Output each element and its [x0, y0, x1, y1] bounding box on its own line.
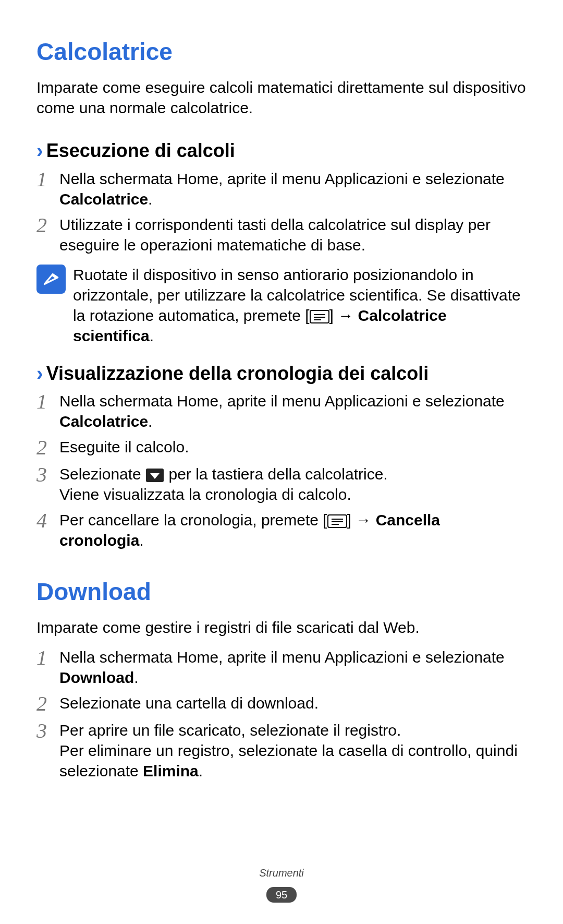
bold-text: Elimina [143, 762, 199, 779]
section-intro: Imparate come eseguire calcoli matematic… [36, 77, 527, 118]
step-number: 4 [36, 510, 52, 532]
step-text: Eseguite il calcolo. [59, 437, 527, 457]
step-item: 1 Nella schermata Home, aprite il menu A… [36, 647, 527, 688]
step-text: Nella schermata Home, aprite il menu App… [59, 169, 527, 209]
section-title-download: Download [36, 577, 527, 608]
step-number: 3 [36, 464, 52, 486]
subsection-cronologia: › Visualizzazione della cronologia dei c… [36, 362, 527, 386]
step-number: 1 [36, 391, 52, 413]
step-item: 2 Utilizzate i corrispondenti tasti dell… [36, 214, 527, 255]
step-number: 2 [36, 214, 52, 236]
note-text: Ruotate il dispositivo in senso antiorar… [73, 265, 527, 346]
menu-icon [310, 310, 329, 323]
text: Nella schermata Home, aprite il menu App… [59, 170, 505, 187]
text: . [139, 532, 143, 549]
note-callout: Ruotate il dispositivo in senso antiorar… [36, 265, 527, 346]
note-icon [36, 265, 66, 294]
page-number: 95 [266, 887, 297, 903]
dropdown-down-icon [145, 468, 164, 483]
step-text: Selezionate per la tastiera della calcol… [59, 464, 527, 505]
text: . [134, 669, 138, 686]
chevron-right-icon: › [36, 364, 43, 383]
step-number: 2 [36, 693, 52, 715]
text: . [150, 327, 154, 344]
text: Per aprire un file scaricato, selezionat… [59, 722, 401, 739]
menu-icon [327, 514, 347, 528]
subsection-title: Visualizzazione della cronologia dei cal… [46, 362, 429, 386]
page-footer: Strumenti 95 [0, 866, 563, 903]
step-item: 1 Nella schermata Home, aprite il menu A… [36, 391, 527, 431]
step-number: 3 [36, 720, 52, 742]
text: Viene visualizzata la cronologia di calc… [59, 486, 351, 503]
section-title-calcolatrice: Calcolatrice [36, 37, 527, 68]
step-item: 2 Eseguite il calcolo. [36, 437, 527, 459]
text: Selezionate [59, 465, 145, 483]
text: ] → [347, 511, 376, 529]
steps-list: 1 Nella schermata Home, aprite il menu A… [36, 169, 527, 255]
step-text: Nella schermata Home, aprite il menu App… [59, 647, 527, 688]
step-text: Nella schermata Home, aprite il menu App… [59, 391, 527, 431]
step-text: Per cancellare la cronologia, premete []… [59, 510, 527, 550]
text: Per cancellare la cronologia, premete [ [59, 511, 327, 529]
step-text: Per aprire un file scaricato, selezionat… [59, 720, 527, 781]
section-intro: Imparate come gestire i registri di file… [36, 617, 527, 638]
step-number: 2 [36, 437, 52, 459]
step-text: Utilizzate i corrispondenti tasti della … [59, 214, 527, 255]
text: . [148, 190, 152, 208]
text: per la tastiera della calcolatrice. [164, 465, 388, 483]
text: Nella schermata Home, aprite il menu App… [59, 649, 505, 666]
step-item: 4 Per cancellare la cronologia, premete … [36, 510, 527, 550]
step-item: 3 Selezionate per la tastiera della calc… [36, 464, 527, 505]
text: Ruotate il dispositivo in senso antiorar… [73, 266, 521, 324]
text: Per eliminare un registro, selezionate l… [59, 742, 518, 779]
step-item: 2 Selezionate una cartella di download. [36, 693, 527, 715]
subsection-title: Esecuzione di calcoli [46, 139, 235, 163]
steps-list: 1 Nella schermata Home, aprite il menu A… [36, 391, 527, 550]
text: . [199, 762, 203, 779]
step-number: 1 [36, 647, 52, 669]
text: ] → [329, 307, 358, 324]
chevron-right-icon: › [36, 141, 43, 161]
bold-text: Calcolatrice [59, 190, 148, 208]
text: Nella schermata Home, aprite il menu App… [59, 392, 505, 410]
bold-text: Download [59, 669, 134, 686]
step-item: 3 Per aprire un file scaricato, selezion… [36, 720, 527, 781]
footer-category: Strumenti [0, 866, 563, 880]
subsection-esecuzione: › Esecuzione di calcoli [36, 139, 527, 163]
step-number: 1 [36, 169, 52, 190]
steps-list: 1 Nella schermata Home, aprite il menu A… [36, 647, 527, 781]
step-item: 1 Nella schermata Home, aprite il menu A… [36, 169, 527, 209]
bold-text: Calcolatrice [59, 413, 148, 430]
text: . [148, 413, 152, 430]
step-text: Selezionate una cartella di download. [59, 693, 527, 713]
